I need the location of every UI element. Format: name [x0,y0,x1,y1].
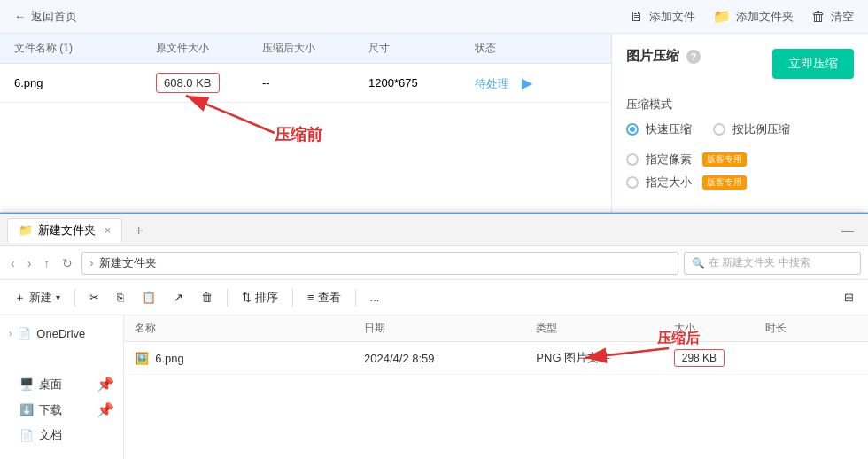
delete-icon: 🗑 [201,291,213,304]
address-breadcrumb-arrow: › [89,256,93,269]
radio-fast-label: 快速压缩 [646,121,692,137]
dimensions-cell: 1200*675 [368,76,475,89]
pin-icon-desktop: 📌 [97,376,114,393]
filelist-header: 名称 日期 类型 大小 时长 [124,315,868,342]
radio-ratio-circle [713,123,725,136]
new-label: 新建 [29,290,52,306]
col-dimensions: 尺寸 [368,41,475,56]
col-name: 名称 [135,321,364,336]
sort-button[interactable]: ⇅ 排序 [235,286,285,309]
col-original-size: 原文件大小 [156,41,262,56]
downloads-icon: ⬇️ [19,403,34,416]
back-button[interactable]: ← 返回首页 [14,9,77,25]
file-size: 298 KB [674,349,766,367]
onedrive-label: OneDrive [36,327,85,340]
layout-button[interactable]: ⊞ [837,287,861,307]
settings-panel: 图片压缩 ? 立即压缩 压缩模式 快速压缩 按比例压缩 [611,34,868,212]
share-button[interactable]: ↗ [167,287,190,307]
sort-icon: ⇅ [242,291,252,304]
file-name: 🖼️ 6.png [135,352,364,365]
add-folder-button[interactable]: 📁 添加文件夹 [713,8,794,25]
tab-close-button[interactable]: × [105,224,111,237]
back-label: 返回首页 [31,9,77,25]
add-file-button[interactable]: 🗎 添加文件 [630,9,695,25]
col-type: 类型 [536,321,673,336]
original-size-box: 608.0 KB [156,73,220,93]
radio-ratio[interactable]: 按比例压缩 [713,121,790,137]
radio-size-circle [626,176,639,189]
explorer-titlebar: 📁 新建文件夹 × + — [0,214,868,246]
settings-header: 图片压缩 ? 立即压缩 [626,48,854,79]
paste-button[interactable]: 📋 [135,287,163,307]
original-size-cell: 608.0 KB [156,73,262,93]
add-folder-label: 添加文件夹 [736,9,794,25]
app-content: 文件名称 (1) 原文件大小 压缩后大小 尺寸 状态 6.png 608.0 K… [0,34,868,212]
back-icon: ← [14,10,26,23]
sidebar-item-desktop[interactable]: 🖥️ 桌面 📌 [0,371,123,397]
radio-pixel-circle [626,153,639,166]
table-header: 文件名称 (1) 原文件大小 压缩后大小 尺寸 状态 [0,34,611,64]
col-status: 状态 [475,41,597,56]
explorer-addressbar: ‹ › ↑ ↻ › 新建文件夹 🔍 在 新建文件夹 中搜索 [0,246,868,280]
pin-icon-downloads: 📌 [97,401,114,418]
sidebar-item-documents[interactable]: 📄 文档 [0,423,123,447]
sidebar-item-downloads[interactable]: ⬇️ 下载 📌 [0,397,123,423]
search-icon: 🔍 [692,257,705,269]
delete-button[interactable]: 🗑 [194,287,220,307]
nav-back-button[interactable]: ‹ [7,253,19,274]
help-icon[interactable]: ? [686,50,701,64]
filelist-row[interactable]: 🖼️ 6.png 2024/4/2 8:59 PNG 图片文件 298 KB [124,342,868,375]
file-date: 2024/4/2 8:59 [364,352,536,365]
documents-icon: 📄 [19,429,34,442]
share-icon: ↗ [174,291,183,304]
radio-pixel-label: 指定像素 [646,152,692,167]
mode-label: 压缩模式 [626,97,854,113]
radio-pixel[interactable]: 指定像素 版客专用 [626,152,854,167]
view-button[interactable]: ≡ 查看 [300,286,348,309]
radio-fast[interactable]: 快速压缩 [626,121,692,137]
nav-forward-button[interactable]: › [24,253,35,274]
clear-label: 清空 [831,9,854,25]
app-panel: ← 返回首页 🗎 添加文件 📁 添加文件夹 🗑 清空 文件名称 (1) 原文件大… [0,0,868,213]
sidebar-item-onedrive[interactable]: › 📄 OneDrive [0,323,123,345]
col-duration: 时长 [765,321,857,336]
new-button[interactable]: ＋ 新建 ▾ [7,286,67,309]
tab-label: 新建文件夹 [38,222,96,238]
compressed-size-cell: -- [262,76,368,89]
radio-ratio-label: 按比例压缩 [732,121,790,137]
compress-now-button[interactable]: 立即压缩 [772,49,854,79]
address-text: 新建文件夹 [99,255,157,271]
file-size-box: 298 KB [674,349,725,367]
cut-button[interactable]: ✂ [82,287,106,307]
documents-label: 文档 [39,427,62,443]
nav-up-button[interactable]: ↑ [40,253,53,274]
radio-size[interactable]: 指定大小 版客专用 [626,175,854,191]
nav-refresh-button[interactable]: ↻ [58,253,76,274]
view-label: 查看 [318,290,341,306]
address-box[interactable]: › 新建文件夹 [81,252,678,275]
col-filename: 文件名称 (1) [14,41,156,56]
radio-fast-circle [626,123,639,136]
more-button[interactable]: ... [363,287,387,307]
explorer-sidebar: › 📄 OneDrive 🖥️ 桌面 📌 ⬇️ 下载 📌 📄 文档 [0,315,124,459]
minimize-button[interactable]: — [834,222,861,239]
table-row: 6.png 608.0 KB -- 1200*675 待处理 ▶ [0,64,611,103]
trash-icon: 🗑 [811,9,825,25]
folder-tab-icon: 📁 [19,223,33,237]
search-box[interactable]: 🔍 在 新建文件夹 中搜索 [684,252,861,275]
expand-icon: › [9,329,12,338]
copy-button[interactable]: ⎘ [110,287,131,307]
play-button[interactable]: ▶ [522,75,532,90]
explorer-tab[interactable]: 📁 新建文件夹 × [7,218,122,243]
app-toolbar: ← 返回首页 🗎 添加文件 📁 添加文件夹 🗑 清空 [0,0,868,34]
explorer-filelist: 名称 日期 类型 大小 时长 🖼️ 6.png 2024/4/2 8:59 PN… [124,315,868,459]
col-compressed-size: 压缩后大小 [262,41,368,56]
add-file-icon: 🗎 [630,9,644,25]
radio-size-label: 指定大小 [646,175,692,191]
new-tab-button[interactable]: + [129,222,148,238]
clear-button[interactable]: 🗑 清空 [811,9,854,25]
status-cell: 待处理 ▶ [475,74,597,92]
desktop-label: 桌面 [39,377,62,393]
file-name-cell: 6.png [14,76,156,89]
status-badge: 待处理 [475,77,509,90]
